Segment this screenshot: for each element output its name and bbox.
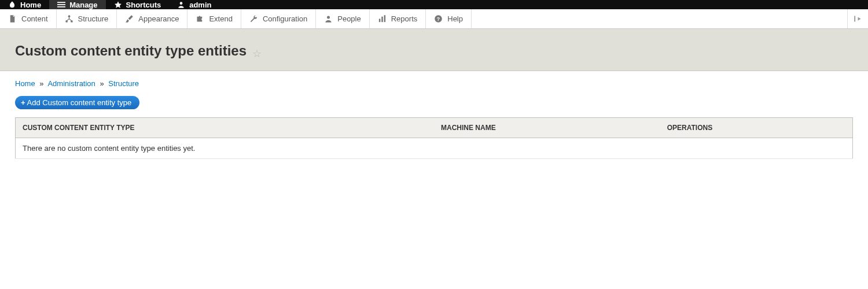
toolbar-user-label: admin [189,1,211,9]
star-icon [114,1,122,9]
user-icon [177,1,185,9]
svg-text:?: ? [437,16,440,22]
svg-rect-0 [57,2,65,3]
menu-spacer [472,9,847,28]
toolbar-manage-label: Manage [69,1,97,9]
toolbar-user[interactable]: admin [169,0,219,9]
menu-extend-label: Extend [209,14,232,23]
col-name: CUSTOM CONTENT ENTITY TYPE [16,117,435,138]
entity-type-table: CUSTOM CONTENT ENTITY TYPE MACHINE NAME … [15,117,853,159]
menu-appearance[interactable]: Appearance [117,9,187,28]
toolbar-home[interactable]: Home [0,0,49,9]
breadcrumb-administration[interactable]: Administration [47,79,95,88]
wrench-icon [249,14,258,23]
svg-point-4 [68,15,70,17]
menu-reports-label: Reports [391,14,418,23]
page-title: Custom content entity type entities [15,43,247,58]
menu-appearance-label: Appearance [138,14,179,23]
menu-extend[interactable]: Extend [187,9,241,28]
people-icon [324,14,333,23]
menu-structure[interactable]: Structure [57,9,117,28]
favorite-star-icon[interactable]: ☆ [252,48,262,60]
breadcrumb: Home » Administration » Structure [0,71,868,96]
breadcrumb-home[interactable]: Home [15,79,35,88]
hamburger-icon [57,1,65,9]
svg-rect-9 [381,17,383,22]
breadcrumb-structure[interactable]: Structure [108,79,139,88]
content-region: + Add Custom content entity type CUSTOM … [0,96,868,174]
menu-structure-label: Structure [78,14,109,23]
table-empty-message: There are no custom content entity type … [16,138,853,158]
table-header-row: CUSTOM CONTENT ENTITY TYPE MACHINE NAME … [16,117,853,138]
col-machine: MACHINE NAME [434,117,660,138]
toolbar-shortcuts-label: Shortcuts [126,1,161,9]
top-toolbar: Home Manage Shortcuts admin [0,0,868,9]
toolbar-manage[interactable]: Manage [49,0,105,9]
svg-rect-8 [379,19,381,23]
breadcrumb-sep: » [39,79,43,88]
title-region: Custom content entity type entities ☆ [0,29,868,71]
help-icon: ? [434,14,443,23]
svg-rect-2 [57,6,65,8]
menu-collapse[interactable] [847,9,868,28]
menu-help[interactable]: ? Help [426,9,472,28]
svg-point-3 [180,2,183,5]
svg-rect-10 [384,15,385,22]
paintbrush-icon [125,14,134,23]
menu-reports[interactable]: Reports [370,9,426,28]
add-button-label: Add Custom content entity type [27,98,132,107]
hierarchy-icon [65,14,73,23]
add-entity-type-button[interactable]: + Add Custom content entity type [15,96,139,109]
drupal-icon [8,1,16,9]
menu-configuration-label: Configuration [263,14,307,23]
menu-configuration[interactable]: Configuration [241,9,316,28]
bar-chart-icon [378,14,387,23]
toolbar-home-label: Home [20,1,41,9]
svg-rect-1 [57,4,65,5]
file-icon [8,14,17,23]
toolbar-shortcuts[interactable]: Shortcuts [106,0,170,9]
menu-help-label: Help [447,14,463,23]
col-ops: OPERATIONS [660,117,853,138]
menu-people-label: People [337,14,361,23]
admin-menu: Content Structure Appearance Extend Conf… [0,9,868,29]
collapse-icon [854,14,862,23]
breadcrumb-sep: » [100,79,104,88]
table-empty-row: There are no custom content entity type … [16,138,853,158]
plus-icon: + [21,98,25,107]
menu-people[interactable]: People [316,9,369,28]
svg-point-7 [327,16,330,19]
puzzle-icon [196,14,204,23]
svg-rect-13 [854,16,855,22]
menu-content-label: Content [21,14,48,23]
menu-content[interactable]: Content [0,9,57,28]
